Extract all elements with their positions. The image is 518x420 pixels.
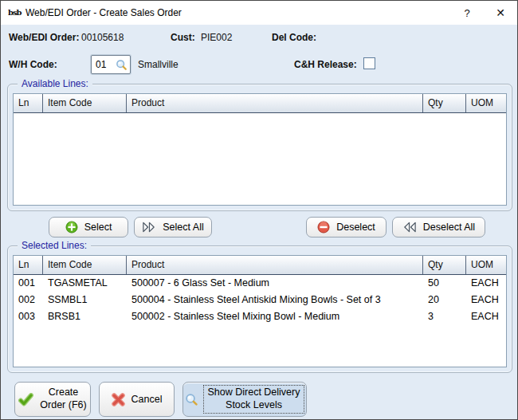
cancel-button-label: Cancel bbox=[131, 394, 163, 405]
available-lines-grid: Ln Item Code Product Qty UOM bbox=[13, 93, 507, 206]
table-row[interactable]: 003 BRSB1 500002 - Stainless Steel Mixin… bbox=[14, 308, 506, 325]
selected-lines-title: Selected Lines: bbox=[18, 240, 91, 251]
create-order-button[interactable]: CreateOrder (F6) bbox=[14, 382, 91, 417]
wh-code-label: W/H Code: bbox=[9, 59, 57, 70]
cell-qty: 3 bbox=[423, 308, 466, 325]
column-header-item[interactable]: Item Code bbox=[43, 94, 127, 112]
help-button[interactable]: ? bbox=[450, 1, 484, 25]
cust-value: PIE002 bbox=[201, 32, 232, 43]
magnifier-icon bbox=[185, 393, 198, 406]
order-label: Web/EDI Order: bbox=[9, 32, 79, 43]
lookup-magnifier-icon[interactable] bbox=[116, 59, 128, 71]
select-all-button[interactable]: Select All bbox=[134, 217, 212, 237]
select-all-button-label: Select All bbox=[163, 222, 203, 233]
show-direct-delivery-label: Show Direct DeliveryStock Levels bbox=[203, 385, 304, 413]
cell-item: TGASMETAL bbox=[43, 275, 127, 292]
red-x-icon bbox=[112, 393, 125, 406]
ch-release-label: C&H Release: bbox=[294, 59, 357, 70]
select-button-label: Select bbox=[84, 222, 112, 233]
cell-uom: EACH bbox=[466, 292, 506, 308]
del-code-label: Del Code: bbox=[272, 32, 316, 43]
deselect-all-button-label: Deselect All bbox=[423, 222, 475, 233]
cell-ln: 002 bbox=[14, 292, 43, 308]
available-grid-header: Ln Item Code Product Qty UOM bbox=[14, 94, 506, 113]
select-button[interactable]: Select bbox=[49, 217, 128, 237]
cell-qty: 50 bbox=[423, 275, 466, 292]
minus-circle-icon bbox=[317, 221, 330, 234]
column-header-uom[interactable]: UOM bbox=[466, 256, 506, 274]
cell-uom: EACH bbox=[466, 275, 506, 292]
create-order-label: CreateOrder (F6) bbox=[40, 387, 86, 411]
cell-item: SSMBL1 bbox=[43, 292, 127, 308]
cell-ln: 003 bbox=[14, 308, 43, 325]
column-header-qty[interactable]: Qty bbox=[423, 256, 466, 274]
column-header-item[interactable]: Item Code bbox=[43, 256, 127, 274]
cell-ln: 001 bbox=[14, 275, 43, 292]
table-row[interactable]: 002 SSMBL1 500004 - Stainless Steel Anti… bbox=[14, 292, 506, 308]
ch-release-checkbox[interactable] bbox=[363, 57, 375, 69]
wh-code-input[interactable]: 01 bbox=[91, 55, 131, 74]
show-direct-delivery-button[interactable]: Show Direct DeliveryStock Levels bbox=[182, 382, 307, 417]
double-chevron-left-icon bbox=[402, 222, 417, 233]
order-info-strip: Web/EDI Order: 00105618 Cust: PIE002 Del… bbox=[1, 27, 517, 48]
column-header-uom[interactable]: UOM bbox=[466, 94, 506, 112]
cell-item: BRSB1 bbox=[43, 308, 127, 325]
column-header-product[interactable]: Product bbox=[127, 256, 423, 274]
selected-lines-grid: Ln Item Code Product Qty UOM 001 TGASMET… bbox=[13, 255, 507, 367]
available-lines-group: Available Lines: Ln Item Code Product Qt… bbox=[7, 84, 512, 211]
cell-qty: 20 bbox=[423, 292, 466, 308]
double-chevron-right-icon bbox=[142, 222, 156, 233]
wh-code-value: 01 bbox=[92, 59, 116, 70]
cancel-button[interactable]: Cancel bbox=[99, 382, 175, 417]
selected-grid-header: Ln Item Code Product Qty UOM bbox=[14, 256, 506, 275]
column-header-ln[interactable]: Ln bbox=[14, 94, 43, 112]
deselect-button[interactable]: Deselect bbox=[306, 217, 387, 237]
column-header-ln[interactable]: Ln bbox=[14, 256, 43, 274]
column-header-qty[interactable]: Qty bbox=[423, 94, 466, 112]
cell-uom: EACH bbox=[466, 308, 506, 325]
warehouse-row: W/H Code: 01 Smallville C&H Release: bbox=[1, 55, 517, 76]
app-icon: bsb bbox=[8, 6, 21, 19]
titlebar[interactable]: bsb Web/EDI Order - Create Sales Order ?… bbox=[1, 1, 517, 25]
cell-product: 500002 - Stainless Steel Mixing Bowl - M… bbox=[127, 308, 423, 325]
deselect-all-button[interactable]: Deselect All bbox=[392, 217, 485, 237]
cell-product: 500004 - Stainless Steel Antiskid Mixing… bbox=[127, 292, 423, 308]
table-row[interactable]: 001 TGASMETAL 500007 - 6 Glass Set - Med… bbox=[14, 275, 506, 292]
cust-label: Cust: bbox=[171, 32, 195, 43]
column-header-product[interactable]: Product bbox=[127, 94, 423, 112]
order-value: 00105618 bbox=[81, 32, 124, 43]
plus-circle-icon bbox=[65, 221, 78, 234]
cell-product: 500007 - 6 Glass Set - Medium bbox=[127, 275, 423, 292]
close-button[interactable]: ✕ bbox=[484, 1, 517, 25]
window-title: Web/EDI Order - Create Sales Order bbox=[26, 7, 182, 18]
checkmark-icon bbox=[18, 393, 33, 406]
wh-name: Smallville bbox=[138, 59, 179, 70]
selected-lines-group: Selected Lines: Ln Item Code Product Qty… bbox=[7, 245, 512, 373]
available-lines-title: Available Lines: bbox=[18, 78, 92, 89]
dialog-window: bsb Web/EDI Order - Create Sales Order ?… bbox=[0, 0, 518, 420]
deselect-button-label: Deselect bbox=[336, 222, 375, 233]
